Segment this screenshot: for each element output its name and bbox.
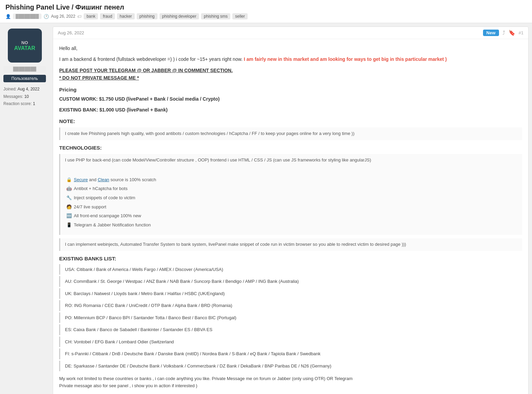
post-date: Aug 26, 2022 bbox=[51, 14, 75, 19]
note-blockquote: I create live Phishing panels high quali… bbox=[59, 127, 522, 140]
post-header-actions: New ⤴ 🔖 #1 bbox=[483, 30, 523, 36]
tag-bank[interactable]: bank bbox=[84, 13, 98, 19]
sidebar-username: ████████ bbox=[3, 66, 46, 72]
closing-text: My work not limited to these countries o… bbox=[59, 375, 522, 390]
banks-title: EXISTING BANKS LIST: bbox=[59, 256, 522, 261]
main-layout: NO AVATAR ████████ Пользователь Joined: … bbox=[0, 23, 532, 394]
note-text: I create live Phishing panels high quali… bbox=[65, 131, 354, 136]
tech-text-5: Telegram & Jabber Notification function bbox=[74, 221, 151, 229]
bank-list: USA: Citibank / Bank of America / Wells … bbox=[59, 264, 522, 372]
bank-item-6: CH: Vontobel / EFG Bank / Lombard Odier … bbox=[59, 337, 522, 347]
tech-note-text: I can implement webinjects, Automated Tr… bbox=[65, 242, 406, 247]
tech-emoji-0: 🔒 bbox=[66, 176, 72, 184]
bookmark-icon[interactable]: 🔖 bbox=[509, 30, 515, 36]
cta-line2: * DO NOT PRIVATE MESSAGE ME * bbox=[59, 75, 139, 81]
bank-item-8: DE: Sparkasse / Santander DE / Deutsche … bbox=[59, 361, 522, 372]
greeting: Hello all, bbox=[59, 45, 522, 52]
tech-text-1: Antibot + hCaptcha for bots bbox=[74, 185, 128, 193]
joined-row: Joined: Aug 4, 2022 bbox=[3, 86, 46, 93]
tag-phishing[interactable]: phishing bbox=[137, 13, 157, 19]
author-username: ████████ bbox=[13, 14, 41, 19]
pricing-line2: EXISTING BANK: $1.000 USD (livePanel + B… bbox=[59, 106, 522, 114]
joined-val: Aug 4, 2022 bbox=[17, 87, 39, 91]
tag-phishing-developer[interactable]: phishing developer bbox=[160, 13, 199, 19]
bank-item-0: USA: Citibank / Bank of America / Wells … bbox=[59, 264, 522, 275]
bank-item-3: RO: ING Romania / CEC Bank / UniCredit /… bbox=[59, 300, 522, 311]
avatar: NO AVATAR bbox=[8, 29, 42, 63]
tech-item-1: 🤖 Antibot + hCaptcha for bots bbox=[66, 185, 517, 193]
tech-emoji-1: 🤖 bbox=[66, 185, 72, 193]
joined-label: Joined: bbox=[3, 87, 17, 91]
tech-emoji-3: 🧑 bbox=[66, 203, 72, 211]
sidebar-role: Пользователь bbox=[3, 75, 46, 82]
share-icon[interactable]: ⤴ bbox=[502, 30, 505, 36]
sidebar-stats: Joined: Aug 4, 2022 Messages: 10 Reactio… bbox=[3, 86, 46, 108]
new-badge: New bbox=[483, 30, 499, 36]
intro-text: I am a backend & frontend (fullstack web… bbox=[59, 55, 522, 63]
bank-item-5: ES: Caixa Bank / Banco de Sabadell / Ban… bbox=[59, 324, 522, 335]
tech-text-0: Secure and Clean source is 100% scratch bbox=[74, 176, 156, 184]
messages-row: Messages: 10 bbox=[3, 93, 46, 101]
bank-item-4: PO: Millennium BCP / Banco BPI / Santand… bbox=[59, 312, 522, 323]
reaction-label: Reaction score: bbox=[3, 101, 32, 106]
tech-emoji-4: 🆕 bbox=[66, 212, 72, 220]
pricing-line1: CUSTOM WORK: $1.750 USD (livePanel + Ban… bbox=[59, 95, 522, 103]
post-timestamp: Aug 26, 2022 bbox=[58, 30, 84, 35]
tech-item-0: 🔒 Secure and Clean source is 100% scratc… bbox=[66, 176, 517, 184]
tech-text-3: 24/7 live support bbox=[74, 203, 106, 211]
intro-plain: I am a backend & frontend (fullstack web… bbox=[59, 56, 244, 62]
tech-blockquote: I use PHP for back-end (can code Model/V… bbox=[59, 154, 522, 235]
post-card: Aug 26, 2022 New ⤴ 🔖 #1 Hello all, I am … bbox=[53, 27, 529, 394]
tech-emoji-2: 🔧 bbox=[66, 194, 72, 202]
user-icon: 👤 bbox=[5, 14, 11, 19]
avatar-label: AVATAR bbox=[14, 45, 35, 51]
tech-item-2: 🔧 Inject snippets of code to victim bbox=[66, 194, 517, 202]
messages-val: 10 bbox=[24, 94, 29, 99]
note-title: NOTE: bbox=[59, 118, 522, 124]
post-body: Hello all, I am a backend & frontend (fu… bbox=[53, 39, 528, 394]
tech-text-2: Inject snippets of code to victim bbox=[74, 194, 135, 202]
intro-highlight: I am fairly new in this market and am lo… bbox=[244, 56, 447, 62]
tag-phishing-sms[interactable]: phishing sms bbox=[201, 13, 230, 19]
clock-icon: 🕐 bbox=[44, 14, 49, 19]
tech-item-4: 🆕 All front-end scampage 100% new bbox=[66, 212, 517, 220]
messages-label: Messages: bbox=[3, 94, 23, 99]
avatar-no: NO bbox=[21, 40, 28, 45]
reaction-row: Reaction score: 1 bbox=[3, 100, 46, 108]
bank-item-1: AU: CommBank / St. George / Westpac / AN… bbox=[59, 276, 522, 287]
cta-line1: PLEASE POST YOUR TELEGRAM @ OR JABBER @ … bbox=[59, 68, 233, 73]
pricing-title: Pricing bbox=[59, 87, 522, 92]
tag-seller[interactable]: seller bbox=[232, 13, 248, 19]
content-area: Aug 26, 2022 New ⤴ 🔖 #1 Hello all, I am … bbox=[49, 23, 532, 394]
bank-item-7: FI: s-Pannki / Citibank / DnB / Deutsche… bbox=[59, 348, 522, 359]
tech-emoji-5: 📱 bbox=[66, 221, 72, 229]
tech-intro: I use PHP for back-end (can code Model/V… bbox=[65, 157, 517, 164]
tag-hacker[interactable]: hacker bbox=[117, 13, 135, 19]
sidebar: NO AVATAR ████████ Пользователь Joined: … bbox=[0, 23, 49, 394]
tech-text-4: All front-end scampage 100% new bbox=[74, 212, 141, 220]
tech-list: 🔒 Secure and Clean source is 100% scratc… bbox=[66, 176, 517, 229]
bank-item-2: UK: Barclays / Natwest / Lloyds bank / M… bbox=[59, 288, 522, 299]
post-header: Aug 26, 2022 New ⤴ 🔖 #1 bbox=[53, 27, 528, 39]
tag-fraud[interactable]: fraud bbox=[100, 13, 115, 19]
tech-note-blockquote: I can implement webinjects, Automated Tr… bbox=[59, 238, 522, 251]
reaction-val: 1 bbox=[33, 101, 35, 106]
post-number: #1 bbox=[519, 30, 523, 35]
meta-row: 👤 ████████ 🕐 Aug 26, 2022 🏷 bank fraud h… bbox=[5, 13, 527, 19]
tech-item-3: 🧑 24/7 live support bbox=[66, 203, 517, 211]
tech-item-5: 📱 Telegram & Jabber Notification functio… bbox=[66, 221, 517, 229]
page-title: Phishing Panel Live / Фишинг пенел bbox=[5, 3, 527, 11]
tag-icon: 🏷 bbox=[77, 14, 82, 19]
tech-title: TECHNOLOGIES: bbox=[59, 145, 522, 151]
page-header: Phishing Panel Live / Фишинг пенел 👤 ███… bbox=[0, 0, 532, 23]
cta-text: PLEASE POST YOUR TELEGRAM @ OR JABBER @ … bbox=[59, 67, 522, 82]
